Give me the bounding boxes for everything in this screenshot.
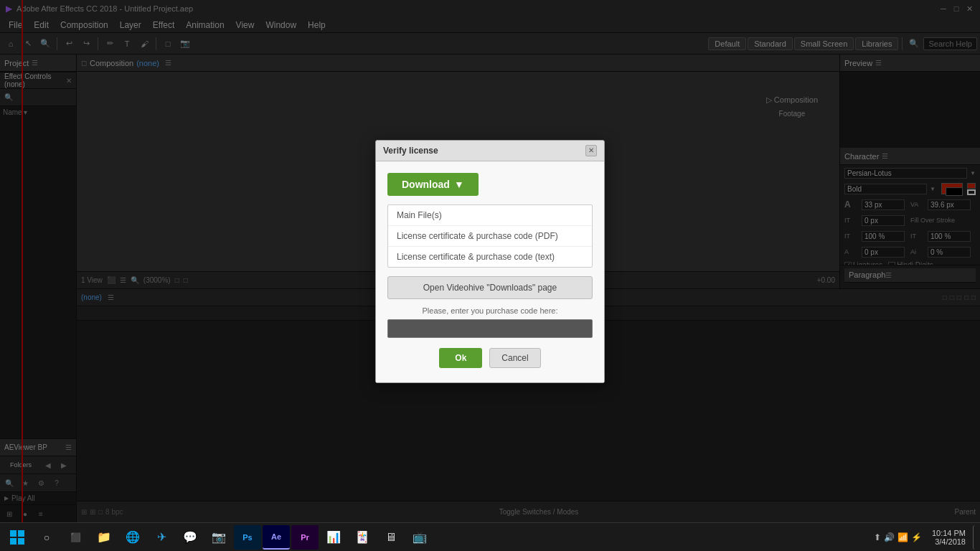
systray-icon-3[interactable]: 📶: [897, 532, 908, 542]
start-button[interactable]: [3, 525, 32, 550]
verify-license-modal: Verify license ✕ Download ▼ Main File(s)…: [375, 140, 605, 383]
taskbar-search[interactable]: ○: [33, 525, 60, 550]
taskbar-chrome[interactable]: 🌐: [119, 525, 146, 550]
taskbar-app4[interactable]: 📺: [406, 525, 433, 550]
modal-footer: Ok Cancel: [387, 348, 593, 371]
taskbar-ps[interactable]: Ps: [234, 525, 261, 550]
taskbar-systray: ⬆ 🔊 📶 ⚡: [871, 532, 925, 542]
svg-rect-2: [10, 538, 17, 545]
systray-icon-1[interactable]: ⬆: [874, 532, 881, 542]
modal-close-button[interactable]: ✕: [585, 145, 597, 156]
dropdown-license-pdf[interactable]: License certificate & purchase code (PDF…: [388, 226, 592, 247]
taskbar-ae[interactable]: Ae: [263, 525, 290, 550]
taskbar-photo[interactable]: 📷: [205, 525, 232, 550]
systray-icon-2[interactable]: 🔊: [884, 532, 895, 542]
download-label: Download: [402, 179, 450, 190]
taskbar-premiere[interactable]: Pr: [291, 525, 319, 550]
download-button[interactable]: Download ▼: [387, 173, 479, 196]
purchase-code-label: Please, enter you purchase code here:: [387, 306, 593, 315]
taskbar-messages[interactable]: 💬: [176, 525, 204, 550]
taskbar-telegram[interactable]: ✈: [148, 525, 175, 550]
taskbar-explorer[interactable]: 📁: [90, 525, 118, 550]
svg-rect-0: [10, 530, 17, 537]
modal-titlebar: Verify license ✕: [376, 141, 604, 161]
systray-icon-4[interactable]: ⚡: [911, 532, 922, 542]
taskbar-app1[interactable]: 📊: [320, 525, 347, 550]
show-desktop-button[interactable]: [973, 525, 977, 550]
purchase-code-input[interactable]: [387, 319, 593, 338]
taskbar-app3[interactable]: 🖥: [377, 525, 405, 550]
svg-rect-3: [18, 538, 24, 545]
modal-body: Download ▼ Main File(s) License certific…: [376, 161, 604, 382]
svg-rect-1: [18, 530, 24, 537]
dropdown-license-text[interactable]: License certificate & purchase code (tex…: [388, 247, 592, 267]
modal-title: Verify license: [383, 146, 585, 156]
taskbar-app2[interactable]: 🃏: [349, 525, 376, 550]
download-icon: ▼: [454, 179, 464, 190]
clock-time: 10:14 PM: [932, 529, 966, 537]
open-videohive-button[interactable]: Open Videohive "Downloads" page: [387, 276, 593, 299]
taskbar: ○ ⬛ 📁 🌐 ✈ 💬 📷 Ps Ae Pr 📊 🃏 🖥 📺 ⬆ 🔊 📶 ⚡ 1…: [0, 522, 980, 551]
modal-overlay: Verify license ✕ Download ▼ Main File(s)…: [0, 0, 980, 522]
download-dropdown: Main File(s) License certificate & purch…: [387, 204, 593, 268]
clock-date: 3/4/2018: [932, 537, 966, 546]
dropdown-main-files[interactable]: Main File(s): [388, 205, 592, 226]
cancel-button[interactable]: Cancel: [489, 348, 540, 368]
taskbar-clock[interactable]: 10:14 PM 3/4/2018: [926, 529, 971, 546]
taskbar-taskview[interactable]: ⬛: [62, 525, 89, 550]
ok-button[interactable]: Ok: [439, 348, 482, 368]
